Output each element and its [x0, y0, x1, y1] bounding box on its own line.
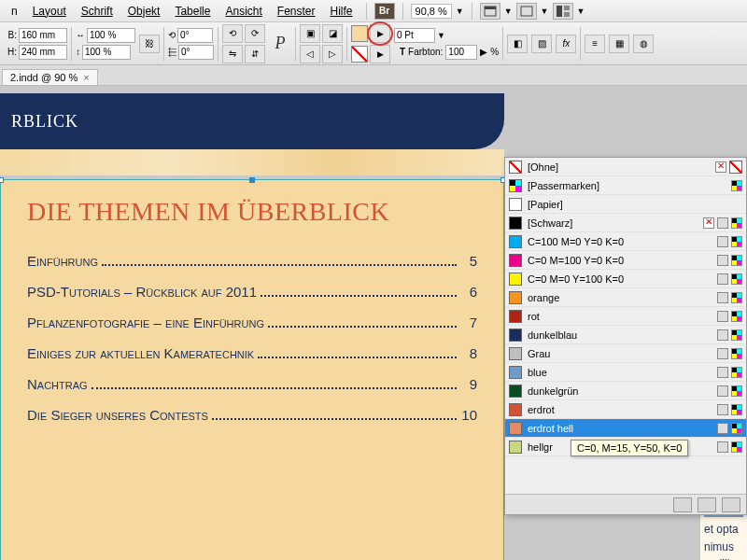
swatch-flag-icon	[731, 217, 742, 229]
width-label: B:	[4, 30, 17, 40]
toc-page: 6	[460, 284, 477, 300]
bridge-icon[interactable]: Br	[374, 3, 395, 20]
swatch-row[interactable]: erdrot	[505, 400, 746, 419]
dropdown-icon[interactable]: ▼	[541, 7, 549, 16]
zoom-field[interactable]: 90,8 %	[411, 4, 452, 19]
dropdown-icon[interactable]: ▼	[456, 7, 464, 16]
swatch-flag-icon	[717, 292, 728, 303]
menu-item[interactable]: Layout	[27, 3, 72, 20]
separator	[580, 27, 581, 61]
toc-row: Nachtrag9	[27, 376, 477, 392]
separator	[71, 27, 72, 61]
swatch-flag-icon	[731, 404, 742, 415]
scale-y-field[interactable]	[82, 45, 131, 60]
rotate-cw-icon[interactable]: ⟳	[245, 24, 265, 43]
swatch-name: blue	[528, 367, 712, 378]
swatch-flag-icon	[731, 348, 742, 359]
swatches-panel[interactable]: [Ohne][Passermarken][Papier][Schwarz]C=1…	[504, 157, 747, 515]
width-field[interactable]	[19, 28, 67, 43]
swatch-flag-icon	[731, 236, 742, 247]
screen-mode-icon[interactable]	[516, 3, 537, 20]
select-content-icon[interactable]: ◪	[322, 24, 343, 43]
swatch-flag-icon	[717, 441, 728, 453]
selection-handle[interactable]	[0, 177, 4, 183]
new-swatch-icon[interactable]	[698, 497, 716, 512]
swatch-row[interactable]: [Schwarz]	[505, 214, 746, 232]
swatch-row[interactable]: C=0 M=0 Y=100 K=0	[505, 270, 746, 288]
select-container-icon[interactable]: ▣	[300, 24, 320, 43]
fill-dropdown-icon[interactable]: ▶	[370, 24, 390, 43]
wrap-none-icon[interactable]: ≡	[585, 35, 605, 53]
swatch-row[interactable]: [Papier]	[505, 195, 746, 214]
swatch-row[interactable]: dunkelblau	[505, 326, 746, 344]
swatch-row[interactable]: C=0 M=100 Y=0 K=0	[505, 251, 746, 270]
swatch-name: erdrot	[528, 404, 712, 415]
menu-item[interactable]: Tabelle	[169, 3, 216, 20]
swatch-flag-icon	[731, 292, 742, 303]
swatch-flag-icon	[715, 161, 726, 173]
svg-rect-4	[564, 6, 570, 10]
menu-item[interactable]: n	[6, 3, 23, 20]
paragraph-icon[interactable]: P	[269, 33, 291, 55]
select-prev-icon[interactable]: ◁	[300, 45, 320, 63]
delete-swatch-icon[interactable]	[722, 497, 740, 512]
close-icon[interactable]: ×	[83, 72, 89, 83]
drop-shadow-icon[interactable]: ▨	[531, 35, 552, 53]
photo-strip	[0, 149, 504, 175]
dropdown-icon[interactable]: ▼	[504, 7, 513, 16]
wrap-bound-icon[interactable]: ▦	[609, 35, 629, 53]
stroke-chip[interactable]	[351, 46, 368, 63]
view-mode-icon[interactable]	[480, 3, 500, 20]
height-field[interactable]	[19, 45, 67, 60]
swatch-name: rot	[528, 311, 712, 322]
dropdown-icon[interactable]: ▼	[577, 7, 585, 16]
swatch-row[interactable]: C=100 M=0 Y=0 K=0	[505, 232, 746, 251]
swatch-chip	[509, 385, 522, 398]
rotation-field[interactable]	[177, 28, 213, 43]
separator	[163, 27, 164, 61]
swatch-row[interactable]: [Passermarken]	[505, 176, 746, 195]
rotate-ccw-icon[interactable]: ⟲	[222, 24, 243, 43]
link-scale-icon[interactable]: ⛓	[139, 35, 160, 53]
swatch-row[interactable]: blue	[505, 363, 746, 382]
scale-x-field[interactable]	[87, 28, 135, 43]
arrange-icon[interactable]	[553, 3, 573, 20]
menu-item[interactable]: Fenster	[272, 3, 321, 20]
swatch-flag-icon	[731, 273, 742, 285]
menu-item[interactable]: Objekt	[122, 3, 166, 20]
swatch-row[interactable]: Grau	[505, 344, 746, 363]
swatch-row[interactable]: dunkelgrün	[505, 382, 746, 400]
fx-icon[interactable]: fx	[556, 35, 576, 53]
dropdown-icon[interactable]: ▼	[437, 31, 445, 40]
swatch-row[interactable]: orange	[505, 288, 746, 307]
select-next-icon[interactable]: ▷	[322, 45, 343, 63]
swatch-row[interactable]: erdrot hell	[505, 419, 746, 438]
svg-rect-5	[564, 12, 570, 17]
control-bar: B: H: ↔ ↕ ⛓ ⟲ ⬱ ⟲ ⟳ ⇋ ⇵ P ▣ ◪ ◁ ▷	[0, 22, 747, 65]
toc-page: 8	[460, 345, 477, 361]
swatch-row[interactable]: [Ohne]	[505, 158, 746, 176]
wrap-shape-icon[interactable]: ◍	[633, 35, 654, 53]
flip-v-icon[interactable]: ⇵	[245, 45, 265, 63]
effects-icon[interactable]: ◧	[507, 35, 528, 53]
stroke-weight-field[interactable]	[394, 28, 435, 43]
new-swatch-folder-icon[interactable]	[673, 497, 692, 512]
svg-rect-2	[521, 7, 532, 16]
swatch-flag-icon	[731, 180, 742, 191]
swatch-row[interactable]: rot	[505, 307, 746, 326]
swatch-name: [Papier]	[528, 199, 737, 210]
menu-item[interactable]: Hilfe	[325, 3, 359, 20]
menu-item[interactable]: Schrift	[76, 3, 119, 20]
farbton-field[interactable]	[445, 45, 477, 60]
document-tab[interactable]: 2.indd @ 90 % ×	[2, 69, 98, 85]
text-frame[interactable]: DIE THEMEN IM ÜBERBLICK Einführung5PSD-T…	[0, 179, 504, 560]
fill-chip[interactable]	[351, 25, 368, 42]
flip-h-icon[interactable]: ⇋	[222, 45, 243, 63]
shear-field[interactable]	[178, 45, 214, 60]
swatch-chip	[509, 347, 522, 360]
separator	[295, 27, 296, 61]
stroke-dropdown-icon[interactable]: ▶	[370, 45, 390, 63]
swatch-chip	[509, 291, 522, 304]
menu-item[interactable]: Ansicht	[219, 3, 267, 20]
selection-handle[interactable]	[249, 177, 255, 183]
